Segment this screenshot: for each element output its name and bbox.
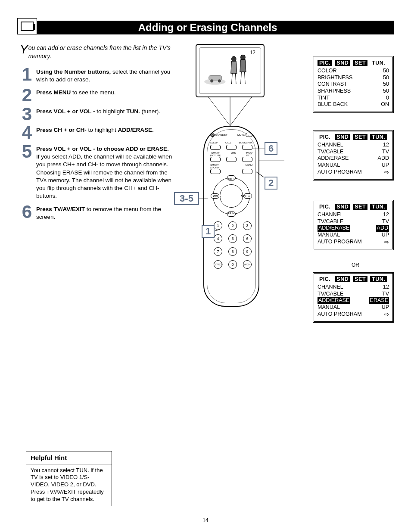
or-label: OR: [352, 262, 359, 268]
step-bold: Press CH + or CH-: [36, 127, 87, 133]
step-bold: Using the Number buttons,: [36, 68, 111, 75]
step-text: Press MENU to see the menu.: [36, 88, 116, 103]
step-text: Using the Number buttons, select the cha…: [36, 67, 172, 84]
callout-3-5: 3-5: [174, 192, 199, 205]
step-bold: Press VOL + or VOL -: [36, 108, 95, 115]
hint-body: You cannot select TUN. if the TV is set …: [26, 464, 112, 506]
svg-line-10: [209, 97, 230, 126]
page-title: Adding or Erasing Channels: [138, 22, 277, 34]
tv-screen: 12: [199, 47, 261, 94]
callout-1: 1: [202, 225, 215, 238]
step-4: 4 Press CH + or CH- to highlight ADD/ERA…: [17, 125, 172, 140]
step-text: Press CH + or CH- to highlight ADD/ERASE…: [36, 125, 154, 140]
svg-line-8: [241, 72, 242, 84]
step-bold2: ADD/ERASE.: [118, 127, 153, 133]
step-2: 2 Press MENU to see the menu.: [17, 88, 172, 103]
step-rest2: (tuner).: [140, 108, 160, 115]
diagram-column: 12: [183, 44, 394, 397]
instructions-column: You can add or erase channels from the l…: [17, 44, 172, 397]
title-icon-box: [17, 18, 37, 34]
svg-point-4: [232, 56, 237, 62]
svg-point-2: [210, 79, 213, 82]
svg-point-3: [218, 79, 221, 82]
step-rest: to highlight: [87, 127, 118, 133]
title-bar: Adding or Erasing Channels: [22, 21, 394, 34]
callout-6: 6: [265, 142, 277, 155]
steps-list: 1 Using the Number buttons, select the c…: [17, 67, 172, 221]
svg-line-6: [235, 73, 236, 84]
page: Adding or Erasing Channels You can add o…: [0, 0, 411, 532]
step-number: 4: [17, 125, 32, 140]
step-3: 3 Press VOL + or VOL - to highlight TUN.…: [17, 107, 172, 121]
osd-picture-menu: PIC. SND SET TUN. COLOR50 BRIGHTNESS50 C…: [313, 56, 394, 113]
step-text: Press VOL + or VOL - to choose ADD or ER…: [36, 144, 172, 200]
callout-2: 2: [265, 177, 277, 190]
osd-tuner-menu-a: PIC. SND SET TUN. CHANNEL12 TV/CABLETV A…: [313, 130, 394, 180]
osd-tuner-menu-add: PIC. SND SET TUN. CHANNEL12 TV/CABLETV A…: [313, 200, 394, 250]
step-number: 6: [17, 205, 32, 221]
step-text: Press TV/AV/EXIT to remove the menu from…: [36, 205, 172, 221]
standby-button: ⏻STANDBY: [210, 133, 232, 137]
remote-illustration: ⏻STANDBY MUTE SLEEPCALLBOOKMARK SMART PI…: [203, 126, 259, 307]
svg-point-7: [241, 55, 246, 60]
svg-line-5: [232, 73, 233, 84]
svg-line-9: [244, 72, 245, 84]
intro-text: You can add or erase channels from the l…: [20, 44, 172, 60]
intro-rest: ou can add or erase channels from the li…: [28, 44, 171, 59]
step-number: 1: [17, 67, 32, 84]
step-1: 1 Using the Number buttons, select the c…: [17, 67, 172, 84]
step-bold2: TUN.: [126, 108, 140, 115]
step-rest: If you select ADD, the channel will be a…: [36, 153, 172, 199]
step-6: 6 Press TV/AV/EXIT to remove the menu fr…: [17, 205, 172, 221]
number-pad: 123 456 789 TV/VCR0A/CH: [214, 221, 249, 269]
helpful-hint-box: Helpful Hint You cannot select TUN. if t…: [26, 451, 112, 506]
step-number: 2: [17, 88, 32, 103]
content-row: You can add or erase channels from the l…: [17, 44, 394, 397]
step-number: 5: [17, 144, 32, 200]
step-5: 5 Press VOL + or VOL - to choose ADD or …: [17, 144, 172, 200]
step-text: Press VOL + or VOL - to highlight TUN. (…: [36, 107, 160, 121]
page-number: 14: [0, 517, 411, 523]
osd-tuner-menu-erase: PIC. SND SET TUN. CHANNEL12 TV/CABLETV A…: [313, 272, 394, 323]
step-bold: Press TV/AV/EXIT: [36, 206, 85, 212]
hint-title: Helpful Hint: [26, 451, 112, 464]
step-rest: to highlight: [95, 108, 126, 115]
tv-scene-icon: [203, 52, 257, 90]
step-rest: to see the menu.: [71, 89, 115, 96]
intro-dropcap: Y: [20, 44, 28, 55]
tv-icon: [21, 22, 34, 31]
tv-illustration: 12: [196, 44, 265, 97]
nav-ring: CH + CH - VOL - VOL +: [213, 177, 250, 215]
mute-button: MUTE: [235, 133, 252, 137]
step-number: 3: [17, 107, 32, 121]
svg-line-12: [230, 97, 252, 126]
step-bold: Press VOL + or VOL - to choose ADD or ER…: [36, 146, 169, 152]
step-bold: Press MENU: [36, 89, 71, 96]
